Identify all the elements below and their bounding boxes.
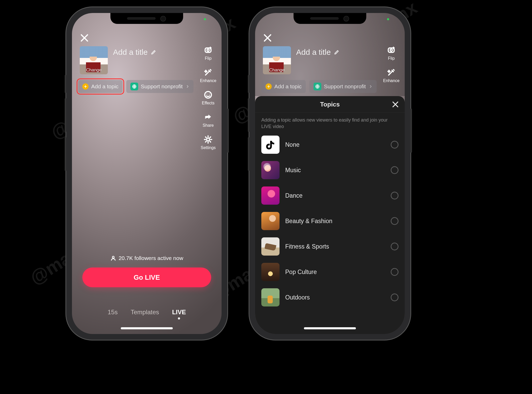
svg-point-6: [207, 138, 210, 141]
support-nonprofit-label: Support nonprofit: [141, 83, 183, 90]
close-button[interactable]: [263, 33, 272, 43]
svg-point-4: [207, 94, 207, 94]
go-live-button[interactable]: Go LIVE: [82, 268, 211, 287]
svg-point-5: [209, 94, 210, 94]
camera-indicator: [387, 18, 389, 20]
settings-label: Settings: [201, 145, 216, 150]
enhance-button[interactable]: Enhance: [200, 68, 216, 83]
go-live-label: Go LIVE: [134, 273, 160, 282]
topic-row-fitness[interactable]: Fitness & Sports: [255, 234, 405, 259]
tab-live[interactable]: LIVE: [172, 309, 186, 316]
topic-row-dance[interactable]: Dance: [255, 183, 405, 208]
topic-thumb: [261, 237, 280, 256]
edit-icon: [151, 49, 156, 55]
share-label: Share: [203, 123, 214, 128]
chevron-right-icon: [186, 84, 189, 89]
share-button[interactable]: Share: [203, 113, 214, 128]
tiktok-icon: [265, 139, 276, 150]
svg-point-2: [207, 49, 209, 51]
topic-label: Fitness & Sports: [285, 243, 385, 250]
settings-icon: [204, 135, 212, 144]
cover-change-label: Change: [269, 68, 285, 73]
flip-label: Flip: [388, 56, 395, 61]
add-topic-pill[interactable]: + Add a topic: [261, 80, 306, 93]
topic-row-outdoors[interactable]: Outdoors: [255, 285, 405, 310]
notch: [294, 13, 366, 24]
topic-row-pop-culture[interactable]: Pop Culture: [255, 259, 405, 285]
title-placeholder: Add a title: [296, 48, 331, 57]
support-nonprofit-pill[interactable]: Support nonprofit: [126, 80, 194, 93]
enhance-button[interactable]: Enhance: [383, 68, 400, 83]
settings-button[interactable]: Settings: [201, 135, 216, 150]
followers-text: 20.7K followers active now: [119, 255, 183, 261]
add-topic-label: Add a topic: [91, 83, 118, 90]
topic-label: Outdoors: [285, 294, 385, 301]
topic-thumb: [261, 288, 280, 306]
support-nonprofit-pill[interactable]: Support nonprofit: [309, 80, 377, 93]
title-input[interactable]: Add a title: [296, 48, 340, 57]
title-placeholder: Add a title: [113, 48, 148, 57]
support-nonprofit-label: Support nonprofit: [324, 83, 366, 90]
flip-label: Flip: [205, 56, 212, 61]
title-input[interactable]: Add a title: [113, 48, 156, 57]
add-topic-label: Add a topic: [274, 83, 302, 90]
tab-15s[interactable]: 15s: [108, 309, 118, 316]
flip-icon: [204, 46, 212, 55]
flip-button[interactable]: Flip: [204, 46, 212, 61]
home-indicator[interactable]: [121, 327, 173, 329]
flip-button[interactable]: Flip: [387, 46, 396, 61]
effects-button[interactable]: Effects: [202, 90, 215, 105]
topics-sheet: Topics Adding a topic allows new viewers…: [255, 96, 405, 334]
chevron-right-icon: [369, 84, 373, 89]
topic-radio[interactable]: [391, 293, 398, 301]
sheet-close-button[interactable]: [392, 101, 399, 108]
topic-radio[interactable]: [391, 268, 398, 276]
camera-indicator: [204, 18, 206, 20]
share-icon: [204, 113, 212, 122]
topic-radio[interactable]: [391, 192, 398, 199]
effects-icon: [204, 90, 212, 99]
topic-thumb: [261, 212, 280, 230]
topic-row-music[interactable]: Music: [255, 157, 405, 183]
tab-templates[interactable]: Templates: [131, 309, 159, 316]
plus-icon: +: [265, 83, 272, 90]
home-indicator[interactable]: [304, 327, 356, 329]
topic-label: Music: [285, 167, 385, 174]
topic-label: Pop Culture: [285, 269, 385, 276]
enhance-label: Enhance: [383, 78, 400, 83]
effects-label: Effects: [202, 101, 215, 105]
topic-thumb: [261, 263, 280, 281]
phone-frame-right: Change Add a title + Add a topic: [249, 7, 410, 340]
add-topic-pill[interactable]: + Add a topic: [78, 80, 123, 93]
topic-radio[interactable]: [391, 141, 398, 149]
topic-thumb: [261, 186, 280, 205]
flip-icon: [387, 46, 396, 55]
topic-radio[interactable]: [391, 217, 398, 225]
cover-thumbnail[interactable]: Change: [263, 46, 291, 74]
globe-icon: [130, 83, 138, 90]
topic-radio[interactable]: [391, 166, 398, 174]
topic-label: Beauty & Fashion: [285, 218, 385, 225]
topic-label: Dance: [285, 192, 385, 199]
topic-thumb: [261, 161, 280, 179]
cover-change-label: Change: [86, 68, 102, 73]
sheet-description: Adding a topic allows new viewers to eas…: [255, 113, 405, 132]
topic-radio[interactable]: [391, 243, 398, 250]
edit-icon: [334, 49, 340, 55]
mode-tabs: 15s Templates LIVE: [72, 309, 222, 316]
globe-icon: [314, 83, 321, 90]
cover-thumbnail[interactable]: Change: [80, 46, 108, 74]
notch: [110, 13, 183, 24]
sheet-title: Topics: [320, 101, 340, 108]
topic-thumb: [261, 136, 280, 154]
topic-label: None: [285, 141, 385, 148]
close-button[interactable]: [80, 33, 89, 43]
svg-point-10: [390, 49, 393, 51]
svg-point-3: [205, 91, 212, 98]
svg-point-7: [112, 256, 114, 258]
topic-row-none[interactable]: None: [255, 132, 405, 157]
enhance-label: Enhance: [200, 78, 216, 83]
person-icon: [110, 255, 116, 261]
enhance-icon: [387, 68, 396, 77]
topic-row-beauty[interactable]: Beauty & Fashion: [255, 208, 405, 234]
